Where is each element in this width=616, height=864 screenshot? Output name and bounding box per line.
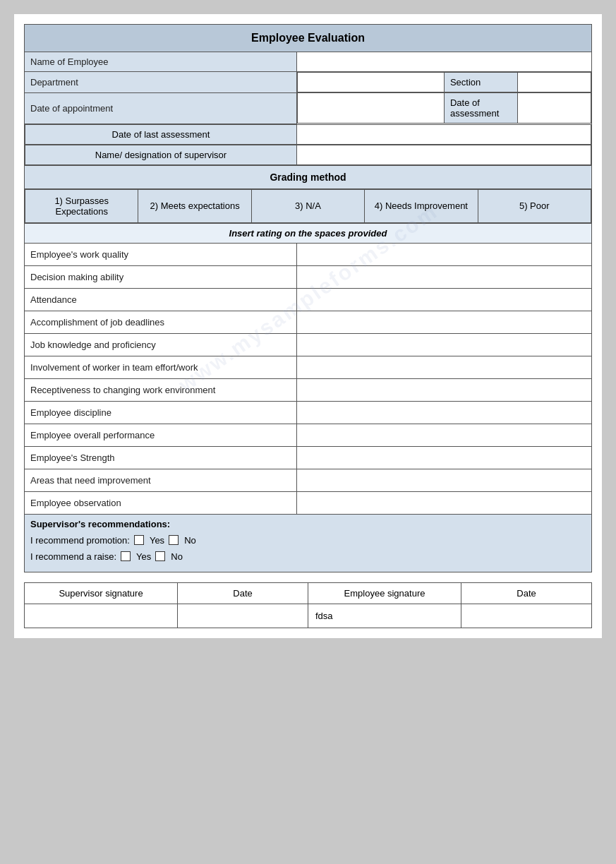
sig-supervisor-value[interactable] [25,604,178,628]
eval-label-1: Decision making ability [25,265,297,288]
eval-value-3[interactable] [296,311,591,333]
supervisor-row: Name/ designation of supervisor [25,145,592,166]
grade-2: 2) Meets expectations [138,189,251,222]
eval-item-row-5: Involvement of worker in team effort/wor… [25,356,592,378]
supervisor-value[interactable] [296,145,591,164]
section-value[interactable] [517,73,591,92]
eval-label-0: Employee's work quality [25,243,297,265]
raise-label: I recommend a raise: [30,551,116,562]
employee-name-label: Name of Employee [25,52,297,72]
evaluation-table: Employee Evaluation Name of Employee Dep… [24,24,592,572]
eval-item-row-1: Decision making ability [25,265,592,288]
sig-date2-header: Date [461,582,592,604]
employee-name-row: Name of Employee [25,52,592,72]
promotion-yes-label: Yes [150,535,164,546]
eval-item-row-9: Employee's Strength [25,446,592,469]
promotion-label: I recommend promotion: [30,535,130,546]
section-label: Section [444,73,517,92]
grade-4: 4) Needs Improvement [365,189,478,222]
sig-date1-header: Date [178,582,308,604]
eval-value-6[interactable] [296,378,591,401]
eval-item-row-11: Employee observation [25,491,592,514]
last-assessment-row: Date of last assessment [25,124,592,145]
employee-name-value[interactable] [296,52,591,72]
last-assessment-label: Date of last assessment [25,124,297,144]
eval-label-4: Job knowledge and proficiency [25,333,297,356]
promotion-no-label: No [184,535,196,546]
eval-value-8[interactable] [296,424,591,446]
raise-line: I recommend a raise: Yes No [30,551,586,562]
eval-label-9: Employee's Strength [25,446,297,469]
eval-value-0[interactable] [296,243,591,265]
promotion-yes-checkbox[interactable] [134,535,144,545]
signature-table: Supervisor signature Date Employee signa… [24,582,592,628]
eval-label-8: Employee overall performance [25,424,297,446]
eval-item-row-7: Employee discipline [25,401,592,424]
sig-employee-value[interactable]: fdsa [308,604,461,628]
eval-value-5[interactable] [296,356,591,378]
sig-date2-value[interactable] [461,604,592,628]
date-appointment-value[interactable] [297,93,444,124]
eval-item-row-3: Accomplishment of job deadlines [25,311,592,333]
title-row: Employee Evaluation [25,25,592,52]
grading-header-row: Grading method [25,165,592,188]
eval-label-3: Accomplishment of job deadlines [25,311,297,333]
eval-value-1[interactable] [296,265,591,288]
form-title: Employee Evaluation [25,25,592,52]
date-assessment-value[interactable] [517,93,591,124]
rec-title: Supervisor's recommendations: [30,519,586,529]
raise-yes-checkbox[interactable] [121,551,131,561]
eval-item-row-4: Job knowledge and proficiency [25,333,592,356]
eval-label-6: Receptiveness to changing work environme… [25,378,297,401]
eval-label-5: Involvement of worker in team effort/wor… [25,356,297,378]
eval-value-11[interactable] [296,491,591,514]
recommendations-cell: Supervisor's recommendations: I recommen… [25,514,592,572]
eval-value-4[interactable] [296,333,591,356]
eval-item-row-8: Employee overall performance [25,424,592,446]
eval-item-row-10: Areas that need improvement [25,469,592,491]
sig-value-row: fdsa [25,604,592,628]
dept-section-row: Department Section [25,72,592,93]
grade-3: 3) N/A [251,189,364,222]
sig-date1-value[interactable] [178,604,308,628]
department-value[interactable] [297,73,444,92]
eval-label-10: Areas that need improvement [25,469,297,491]
raise-no-checkbox[interactable] [155,551,165,561]
raise-no-label: No [171,551,183,562]
eval-label-7: Employee discipline [25,401,297,424]
sig-header-row: Supervisor signature Date Employee signa… [25,582,592,604]
insert-rating-row: Insert rating on the spaces provided [25,223,592,243]
eval-value-9[interactable] [296,446,591,469]
last-assessment-value[interactable] [296,124,591,144]
eval-value-7[interactable] [296,401,591,424]
date-appointment-label: Date of appointment [25,92,297,124]
sig-supervisor-header: Supervisor signature [25,582,178,604]
eval-item-row-2: Attendance [25,288,592,311]
eval-value-2[interactable] [296,288,591,311]
promotion-line: I recommend promotion: Yes No [30,535,586,546]
eval-item-row-6: Receptiveness to changing work environme… [25,378,592,401]
supervisor-label: Name/ designation of supervisor [25,145,297,164]
sig-employee-header: Employee signature [308,582,461,604]
grading-title: Grading method [25,165,592,188]
grade-5: 5) Poor [478,189,591,222]
grading-options-row: 1) Surpasses Expectations 2) Meets expec… [25,188,592,223]
grade-1: 1) Surpasses Expectations [25,189,138,222]
eval-label-2: Attendance [25,288,297,311]
eval-label-11: Employee observation [25,491,297,514]
raise-yes-label: Yes [136,551,151,562]
promotion-no-checkbox[interactable] [169,535,179,545]
date-assessment-label: Date of assessment [444,93,517,124]
department-label: Department [25,72,297,93]
eval-item-row-0: Employee's work quality [25,243,592,265]
recommendations-row: Supervisor's recommendations: I recommen… [25,514,592,572]
eval-value-10[interactable] [296,469,591,491]
insert-rating-text: Insert rating on the spaces provided [25,223,592,243]
dates-row: Date of appointment Date of assessment [25,92,592,124]
